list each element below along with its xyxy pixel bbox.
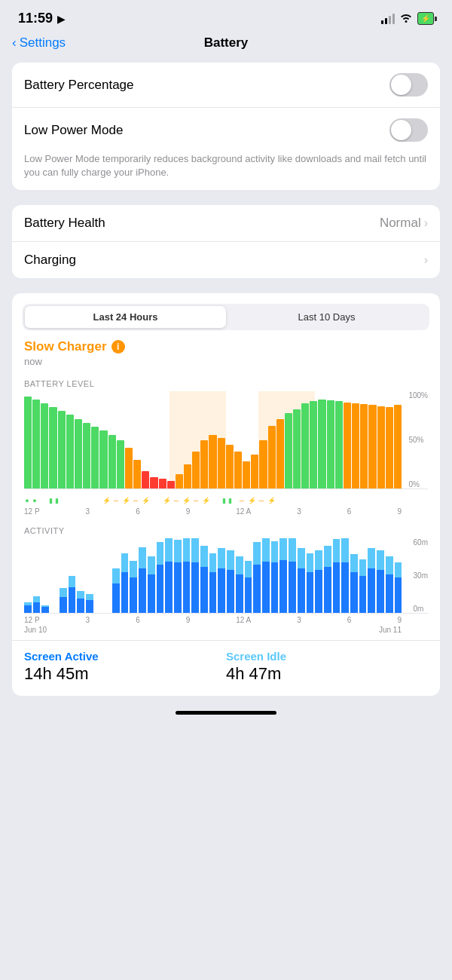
activity-bar	[324, 538, 331, 613]
battery-bar	[226, 391, 234, 488]
battery-health-right: Normal ›	[380, 216, 428, 231]
status-bar: 11:59 ▶ ⚡	[0, 0, 452, 32]
low-power-mode-toggle[interactable]	[389, 118, 428, 142]
charging-indicator-dot: ▮	[48, 497, 53, 504]
activity-bar	[386, 538, 393, 613]
screen-active-stat: Screen Active 14h 45m	[24, 650, 226, 684]
battery-bar	[159, 391, 166, 488]
info-icon[interactable]: i	[111, 340, 125, 354]
charging-bolt: ⚡	[421, 14, 430, 23]
charging-row[interactable]: Charging ›	[12, 242, 440, 278]
nav-bar: ‹ Settings Battery	[0, 32, 452, 63]
battery-bar	[335, 391, 343, 488]
activity-bar	[69, 538, 76, 613]
charging-indicator-dot: ●	[32, 497, 38, 504]
activity-bar	[315, 538, 322, 613]
low-power-mode-row[interactable]: Low Power Mode	[12, 108, 440, 152]
low-power-mode-label: Low Power Mode	[24, 123, 123, 138]
battery-bar	[49, 391, 56, 488]
charging-indicator-dot: ▮	[228, 497, 232, 504]
activity-bar	[359, 538, 367, 613]
battery-bar	[352, 391, 359, 488]
screen-stats: Screen Active 14h 45m Screen Idle 4h 47m	[12, 640, 440, 696]
battery-bar	[368, 391, 376, 488]
activity-bar	[191, 538, 199, 613]
activity-bar	[165, 538, 173, 613]
y-label-0: 0%	[408, 480, 428, 488]
screen-idle-stat: Screen Idle 4h 47m	[226, 650, 428, 684]
battery-bar	[218, 391, 225, 488]
activity-bar	[395, 538, 402, 613]
battery-bar	[209, 391, 216, 488]
charging-indicator-dot: ─	[133, 497, 139, 504]
activity-label: ACTIVITY	[24, 526, 428, 535]
back-button[interactable]: ‹ Settings	[12, 35, 66, 51]
date-jun11: Jun 11	[379, 626, 402, 634]
battery-health-row[interactable]: Battery Health Normal ›	[12, 205, 440, 242]
battery-bar	[327, 391, 334, 488]
battery-settings-card: Battery Percentage Low Power Mode Low Po…	[12, 63, 440, 190]
charging-indicators: ●●▮▮⚡─⚡─⚡⚡─⚡─⚡▮▮─⚡─⚡	[24, 492, 428, 507]
charging-indicator-dot: ●	[24, 497, 30, 504]
activity-bar	[368, 538, 375, 613]
battery-bar	[318, 391, 325, 488]
battery-bar	[66, 391, 74, 488]
battery-bar	[41, 391, 48, 488]
tab-24-hours[interactable]: Last 24 Hours	[25, 306, 226, 328]
date-jun10: Jun 10	[24, 626, 47, 634]
screen-active-label: Screen Active	[24, 650, 226, 663]
tab-10-days[interactable]: Last 10 Days	[226, 306, 427, 328]
battery-bar	[142, 391, 149, 488]
battery-bar	[117, 391, 124, 488]
battery-bar	[58, 391, 66, 488]
battery-bar	[200, 391, 208, 488]
signal-icon	[381, 14, 395, 24]
charging-indicator-dot: ─	[173, 497, 179, 504]
status-icons: ⚡	[381, 12, 434, 25]
activity-bar	[86, 538, 93, 613]
charging-indicator-dot: ⚡	[181, 497, 191, 504]
back-label[interactable]: Settings	[20, 35, 66, 51]
battery-bar	[344, 391, 351, 488]
charging-label: Charging	[24, 253, 76, 268]
screen-idle-value: 4h 47m	[226, 664, 428, 684]
location-icon: ▶	[57, 13, 66, 25]
activity-bar	[50, 538, 58, 613]
activity-bar	[341, 538, 349, 613]
battery-percentage-row[interactable]: Battery Percentage	[12, 63, 440, 108]
battery-bar	[75, 391, 82, 488]
chevron-right-icon: ›	[424, 216, 428, 230]
battery-bar	[176, 391, 183, 488]
battery-percentage-toggle[interactable]	[389, 73, 428, 96]
activity-bar	[377, 538, 384, 613]
charging-indicator-dot: ⚡	[140, 497, 151, 504]
charging-indicator-dot: ─	[193, 497, 199, 504]
chart-y-labels: 100% 50% 0%	[408, 391, 428, 488]
charging-indicator-dot: ⚡	[246, 497, 257, 504]
battery-level-label: BATTERY LEVEL	[24, 379, 428, 388]
activity-bar	[33, 538, 41, 613]
battery-bar	[150, 391, 157, 488]
activity-bar	[95, 538, 102, 613]
activity-bar	[289, 538, 296, 613]
activity-bar	[245, 538, 252, 613]
battery-bar	[293, 391, 301, 488]
slow-charger-sub: now	[12, 356, 440, 373]
battery-level-chart: BATTERY LEVEL 100% 50% 0% ●●▮▮⚡─⚡─⚡⚡─⚡─⚡…	[12, 373, 440, 516]
battery-bar	[285, 391, 292, 488]
charging-indicator-dot: ─	[258, 497, 264, 504]
y-label-50: 50%	[408, 436, 428, 444]
battery-bar	[310, 391, 317, 488]
toggle-knob	[391, 75, 411, 95]
battery-bar	[83, 391, 90, 488]
charging-indicator-dot: ⚡	[121, 497, 131, 504]
activity-bar	[218, 538, 225, 613]
battery-bar	[32, 391, 40, 488]
charging-chevron-icon: ›	[424, 253, 428, 267]
battery-icon: ⚡	[417, 12, 434, 25]
chart-section: Last 24 Hours Last 10 Days Slow Charger …	[12, 293, 440, 696]
charging-indicator-dot: ─	[113, 497, 119, 504]
wifi-icon	[399, 12, 413, 25]
activity-bar	[271, 538, 279, 613]
charging-indicator-dot: ⚡	[161, 497, 172, 504]
